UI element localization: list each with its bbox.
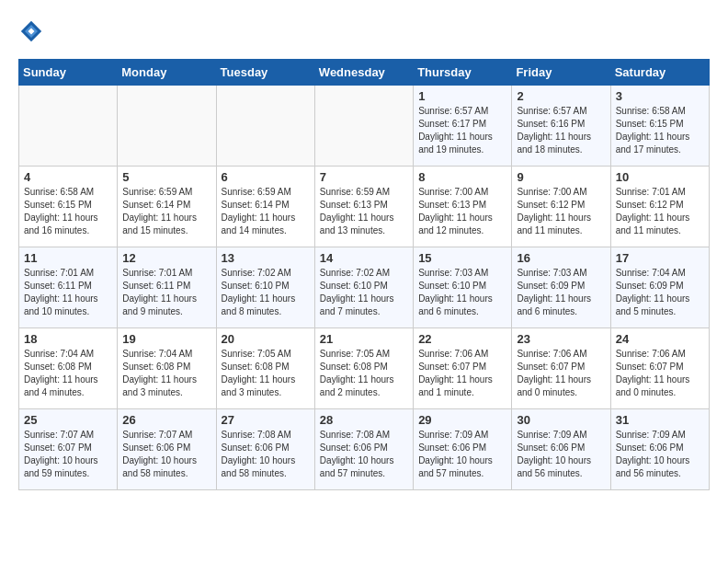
calendar-cell: 13Sunrise: 7:02 AM Sunset: 6:10 PM Dayli… xyxy=(216,247,314,328)
day-number: 9 xyxy=(517,170,605,184)
day-number: 17 xyxy=(616,251,704,265)
day-number: 18 xyxy=(24,332,112,346)
day-number: 7 xyxy=(320,170,408,184)
day-number: 30 xyxy=(517,413,605,427)
weekday-header-sunday: Sunday xyxy=(19,60,118,86)
day-number: 13 xyxy=(222,251,310,265)
day-info: Sunrise: 7:07 AM Sunset: 6:07 PM Dayligh… xyxy=(24,429,112,480)
day-info: Sunrise: 7:04 AM Sunset: 6:08 PM Dayligh… xyxy=(24,348,112,399)
calendar-cell: 1Sunrise: 6:57 AM Sunset: 6:17 PM Daylig… xyxy=(414,86,512,167)
day-number: 1 xyxy=(418,89,506,103)
day-info: Sunrise: 7:06 AM Sunset: 6:07 PM Dayligh… xyxy=(517,348,605,399)
day-number: 10 xyxy=(616,170,704,184)
weekday-header-friday: Friday xyxy=(512,60,610,86)
calendar-week-3: 11Sunrise: 7:01 AM Sunset: 6:11 PM Dayli… xyxy=(19,247,710,328)
day-number: 26 xyxy=(122,413,210,427)
day-number: 28 xyxy=(320,413,408,427)
calendar-cell: 28Sunrise: 7:08 AM Sunset: 6:06 PM Dayli… xyxy=(314,409,413,490)
day-number: 16 xyxy=(517,251,605,265)
calendar-cell xyxy=(118,86,216,167)
calendar-cell: 2Sunrise: 6:57 AM Sunset: 6:16 PM Daylig… xyxy=(512,86,610,167)
calendar-cell: 5Sunrise: 6:59 AM Sunset: 6:14 PM Daylig… xyxy=(118,167,216,247)
calendar-cell: 19Sunrise: 7:04 AM Sunset: 6:08 PM Dayli… xyxy=(118,328,216,409)
calendar-cell xyxy=(216,86,314,167)
day-number: 6 xyxy=(222,170,310,184)
day-number: 21 xyxy=(320,332,408,346)
calendar-cell: 9Sunrise: 7:00 AM Sunset: 6:12 PM Daylig… xyxy=(512,167,610,247)
day-info: Sunrise: 7:06 AM Sunset: 6:07 PM Dayligh… xyxy=(418,348,506,399)
calendar-week-2: 4Sunrise: 6:58 AM Sunset: 6:15 PM Daylig… xyxy=(19,167,710,247)
day-number: 20 xyxy=(222,332,310,346)
day-info: Sunrise: 7:05 AM Sunset: 6:08 PM Dayligh… xyxy=(222,348,310,399)
day-number: 3 xyxy=(616,89,704,103)
calendar-week-1: 1Sunrise: 6:57 AM Sunset: 6:17 PM Daylig… xyxy=(19,86,710,167)
calendar-cell: 29Sunrise: 7:09 AM Sunset: 6:06 PM Dayli… xyxy=(414,409,512,490)
calendar-cell xyxy=(314,86,413,167)
calendar-cell: 25Sunrise: 7:07 AM Sunset: 6:07 PM Dayli… xyxy=(19,409,118,490)
calendar-cell: 26Sunrise: 7:07 AM Sunset: 6:06 PM Dayli… xyxy=(118,409,216,490)
day-info: Sunrise: 7:07 AM Sunset: 6:06 PM Dayligh… xyxy=(122,429,210,480)
logo xyxy=(18,18,50,44)
weekday-header-wednesday: Wednesday xyxy=(314,60,413,86)
day-number: 14 xyxy=(320,251,408,265)
weekday-row: SundayMondayTuesdayWednesdayThursdayFrid… xyxy=(19,60,710,86)
calendar-cell: 30Sunrise: 7:09 AM Sunset: 6:06 PM Dayli… xyxy=(512,409,610,490)
day-info: Sunrise: 6:57 AM Sunset: 6:17 PM Dayligh… xyxy=(418,105,506,156)
day-info: Sunrise: 7:09 AM Sunset: 6:06 PM Dayligh… xyxy=(616,429,704,480)
day-info: Sunrise: 6:59 AM Sunset: 6:14 PM Dayligh… xyxy=(222,186,310,237)
day-number: 19 xyxy=(122,332,210,346)
calendar-week-4: 18Sunrise: 7:04 AM Sunset: 6:08 PM Dayli… xyxy=(19,328,710,409)
day-info: Sunrise: 7:02 AM Sunset: 6:10 PM Dayligh… xyxy=(222,267,310,318)
day-info: Sunrise: 7:01 AM Sunset: 6:11 PM Dayligh… xyxy=(122,267,210,318)
calendar-table: SundayMondayTuesdayWednesdayThursdayFrid… xyxy=(18,59,710,490)
day-info: Sunrise: 6:58 AM Sunset: 6:15 PM Dayligh… xyxy=(616,105,704,156)
day-info: Sunrise: 7:03 AM Sunset: 6:09 PM Dayligh… xyxy=(517,267,605,318)
logo-icon xyxy=(18,18,44,44)
day-number: 23 xyxy=(517,332,605,346)
calendar-cell: 12Sunrise: 7:01 AM Sunset: 6:11 PM Dayli… xyxy=(118,247,216,328)
weekday-header-thursday: Thursday xyxy=(414,60,512,86)
day-number: 31 xyxy=(616,413,704,427)
day-info: Sunrise: 7:04 AM Sunset: 6:08 PM Dayligh… xyxy=(122,348,210,399)
day-number: 15 xyxy=(418,251,506,265)
day-info: Sunrise: 7:08 AM Sunset: 6:06 PM Dayligh… xyxy=(320,429,408,480)
day-info: Sunrise: 7:01 AM Sunset: 6:12 PM Dayligh… xyxy=(616,186,704,237)
day-number: 5 xyxy=(122,170,210,184)
calendar-cell: 17Sunrise: 7:04 AM Sunset: 6:09 PM Dayli… xyxy=(610,247,709,328)
day-number: 24 xyxy=(616,332,704,346)
calendar-cell: 22Sunrise: 7:06 AM Sunset: 6:07 PM Dayli… xyxy=(414,328,512,409)
day-info: Sunrise: 6:59 AM Sunset: 6:13 PM Dayligh… xyxy=(320,186,408,237)
day-info: Sunrise: 7:04 AM Sunset: 6:09 PM Dayligh… xyxy=(616,267,704,318)
calendar-cell: 10Sunrise: 7:01 AM Sunset: 6:12 PM Dayli… xyxy=(610,167,709,247)
day-info: Sunrise: 7:01 AM Sunset: 6:11 PM Dayligh… xyxy=(24,267,112,318)
day-info: Sunrise: 7:00 AM Sunset: 6:12 PM Dayligh… xyxy=(517,186,605,237)
day-number: 12 xyxy=(122,251,210,265)
day-number: 27 xyxy=(222,413,310,427)
calendar-cell: 20Sunrise: 7:05 AM Sunset: 6:08 PM Dayli… xyxy=(216,328,314,409)
weekday-header-tuesday: Tuesday xyxy=(216,60,314,86)
calendar-cell: 7Sunrise: 6:59 AM Sunset: 6:13 PM Daylig… xyxy=(314,167,413,247)
calendar-cell: 8Sunrise: 7:00 AM Sunset: 6:13 PM Daylig… xyxy=(414,167,512,247)
calendar-cell: 24Sunrise: 7:06 AM Sunset: 6:07 PM Dayli… xyxy=(610,328,709,409)
day-number: 4 xyxy=(24,170,112,184)
day-number: 11 xyxy=(24,251,112,265)
weekday-header-monday: Monday xyxy=(118,60,216,86)
calendar-week-5: 25Sunrise: 7:07 AM Sunset: 6:07 PM Dayli… xyxy=(19,409,710,490)
day-number: 8 xyxy=(418,170,506,184)
day-info: Sunrise: 7:06 AM Sunset: 6:07 PM Dayligh… xyxy=(616,348,704,399)
calendar-cell: 3Sunrise: 6:58 AM Sunset: 6:15 PM Daylig… xyxy=(610,86,709,167)
day-number: 2 xyxy=(517,89,605,103)
calendar-cell: 31Sunrise: 7:09 AM Sunset: 6:06 PM Dayli… xyxy=(610,409,709,490)
day-info: Sunrise: 7:02 AM Sunset: 6:10 PM Dayligh… xyxy=(320,267,408,318)
calendar-cell: 21Sunrise: 7:05 AM Sunset: 6:08 PM Dayli… xyxy=(314,328,413,409)
day-number: 29 xyxy=(418,413,506,427)
calendar-cell: 4Sunrise: 6:58 AM Sunset: 6:15 PM Daylig… xyxy=(19,167,118,247)
calendar-cell: 11Sunrise: 7:01 AM Sunset: 6:11 PM Dayli… xyxy=(19,247,118,328)
calendar-cell: 14Sunrise: 7:02 AM Sunset: 6:10 PM Dayli… xyxy=(314,247,413,328)
day-info: Sunrise: 7:09 AM Sunset: 6:06 PM Dayligh… xyxy=(517,429,605,480)
calendar-cell: 6Sunrise: 6:59 AM Sunset: 6:14 PM Daylig… xyxy=(216,167,314,247)
day-info: Sunrise: 7:08 AM Sunset: 6:06 PM Dayligh… xyxy=(222,429,310,480)
calendar-cell: 18Sunrise: 7:04 AM Sunset: 6:08 PM Dayli… xyxy=(19,328,118,409)
calendar-body: 1Sunrise: 6:57 AM Sunset: 6:17 PM Daylig… xyxy=(19,86,710,490)
page-header xyxy=(18,18,710,44)
